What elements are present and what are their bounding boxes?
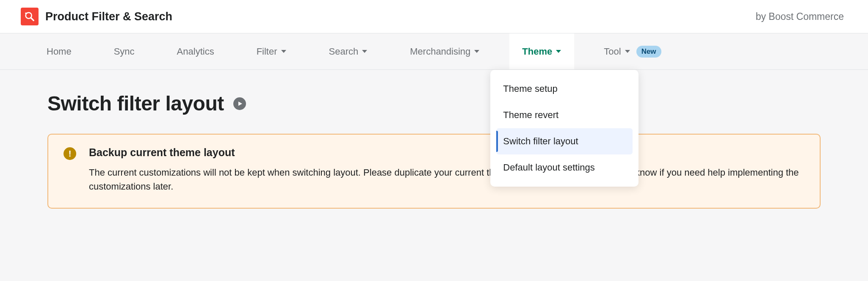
byline: by Boost Commerce bbox=[756, 11, 847, 22]
theme-menu-revert[interactable]: Theme revert bbox=[496, 102, 633, 128]
nav-merchandising-label: Merchandising bbox=[410, 46, 470, 57]
nav-home-label: Home bbox=[47, 46, 72, 57]
theme-dropdown: Theme setup Theme revert Switch filter l… bbox=[490, 70, 639, 187]
nav-tool[interactable]: Tool New bbox=[591, 33, 674, 69]
chevron-down-icon bbox=[625, 50, 630, 54]
nav-theme[interactable]: Theme bbox=[509, 33, 574, 69]
nav-filter-label: Filter bbox=[257, 46, 277, 57]
svg-line-1 bbox=[31, 18, 33, 20]
nav-theme-label: Theme bbox=[522, 46, 552, 57]
chevron-down-icon bbox=[474, 50, 480, 54]
chevron-down-icon bbox=[362, 50, 368, 54]
backup-warning-banner: ! Backup current theme layout The curren… bbox=[47, 134, 821, 209]
svg-rect-2 bbox=[25, 13, 27, 14]
main-nav: Home Sync Analytics Filter Search Mercha… bbox=[0, 33, 868, 70]
app-title: Product Filter & Search bbox=[45, 10, 172, 23]
warning-icon: ! bbox=[64, 147, 76, 160]
nav-search[interactable]: Search bbox=[316, 33, 381, 69]
app-logo-icon bbox=[21, 8, 39, 25]
nav-tool-label: Tool bbox=[604, 46, 621, 57]
page-content: Switch filter layout ! Backup current th… bbox=[0, 70, 868, 226]
nav-analytics[interactable]: Analytics bbox=[164, 33, 227, 69]
nav-search-label: Search bbox=[329, 46, 359, 57]
play-video-button[interactable] bbox=[233, 97, 246, 110]
play-icon bbox=[238, 101, 243, 106]
nav-sync-label: Sync bbox=[114, 46, 135, 57]
nav-analytics-label: Analytics bbox=[177, 46, 214, 57]
chevron-down-icon bbox=[281, 50, 287, 54]
page-title-row: Switch filter layout bbox=[47, 92, 821, 115]
warning-text: The current customizations will not be k… bbox=[89, 165, 804, 193]
new-badge: New bbox=[636, 46, 661, 58]
warning-body: Backup current theme layout The current … bbox=[89, 146, 804, 193]
theme-menu-setup[interactable]: Theme setup bbox=[496, 76, 633, 102]
theme-menu-default-layout[interactable]: Default layout settings bbox=[496, 154, 633, 181]
app-header: Product Filter & Search by Boost Commerc… bbox=[0, 0, 868, 33]
theme-menu-switch-layout[interactable]: Switch filter layout bbox=[496, 128, 633, 154]
nav-filter[interactable]: Filter bbox=[244, 33, 299, 69]
warning-title: Backup current theme layout bbox=[89, 146, 804, 159]
nav-merchandising[interactable]: Merchandising bbox=[397, 33, 492, 69]
nav-home[interactable]: Home bbox=[34, 33, 84, 69]
nav-sync[interactable]: Sync bbox=[101, 33, 147, 69]
brand: Product Filter & Search bbox=[21, 8, 172, 25]
chevron-down-icon bbox=[556, 50, 561, 54]
page-title: Switch filter layout bbox=[47, 92, 224, 115]
